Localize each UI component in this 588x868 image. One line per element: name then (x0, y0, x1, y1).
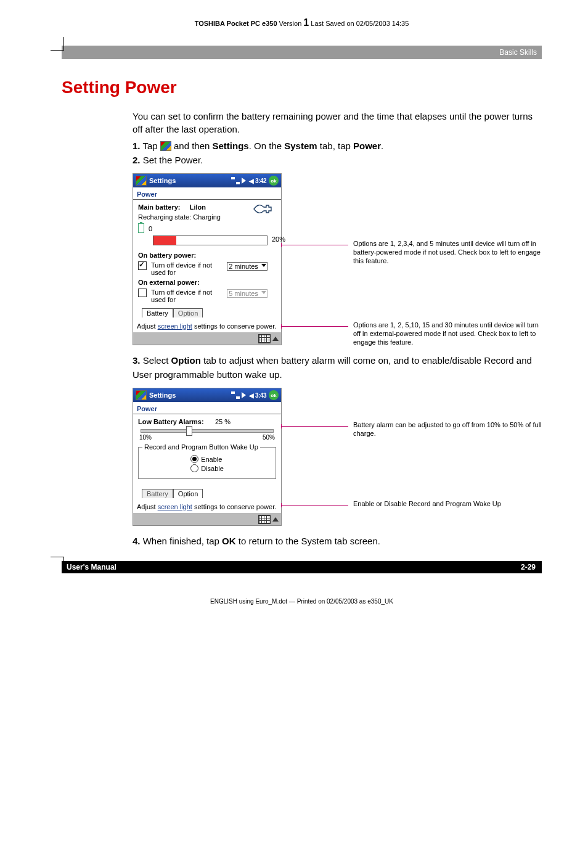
slider-tick-high: 50% (263, 434, 275, 441)
low-battery-value: 25 % (215, 418, 231, 425)
connectivity-icon[interactable] (231, 177, 240, 184)
slider-tick-low: 10% (139, 434, 152, 441)
titlebar: Settings ◀ 3:42 ok (133, 174, 281, 187)
step-text: Power (353, 141, 381, 151)
breadcrumb: Basic Skills (499, 48, 537, 57)
screen-light-line: Adjust screen light settings to conserve… (133, 320, 281, 332)
battery-bar: 20% (153, 235, 267, 245)
tab-option[interactable]: Option (173, 489, 203, 498)
step-text: Select (143, 355, 171, 366)
step-text: Settings (213, 141, 249, 151)
battery-turnoff-label: Turn off device if not used for (151, 261, 225, 276)
sip-up-icon[interactable] (272, 337, 279, 341)
sip-up-icon[interactable] (272, 517, 279, 522)
tab-battery[interactable]: Battery (142, 308, 173, 317)
speaker-icon[interactable] (242, 178, 246, 184)
on-external-label: On external power: (138, 279, 276, 286)
battery-turnoff-combo[interactable]: 2 minutes (227, 262, 267, 271)
start-icon (160, 141, 171, 151)
page-title: Setting Power (62, 78, 542, 97)
titlebar-time: ◀ 3:43 (249, 392, 266, 399)
section-bar: Basic Skills (62, 46, 542, 59)
low-battery-slider[interactable] (141, 429, 274, 433)
titlebar-title: Settings (149, 177, 230, 184)
screenshot-power-battery: Settings ◀ 3:42 ok Power Main battery: L… (133, 173, 282, 345)
step-text: and then (171, 141, 213, 151)
tab-battery[interactable]: Battery (142, 489, 173, 498)
start-icon[interactable] (136, 390, 147, 400)
step-text: System (284, 141, 317, 151)
battery-zero: 0 (149, 225, 152, 232)
keyboard-icon[interactable] (258, 334, 271, 343)
running-header: TOSHIBA Pocket PC e350 Version 1 Last Sa… (62, 17, 542, 28)
app-title: Power (133, 187, 281, 199)
step-text: Option (171, 355, 201, 366)
external-turnoff-combo[interactable]: 5 minutes (227, 289, 267, 298)
version-number: 1 (303, 17, 309, 28)
connectivity-icon[interactable] (231, 391, 240, 399)
step-4: 4. When finished, tap OK to return to th… (133, 534, 542, 549)
step-text: Tap (142, 141, 160, 151)
intro-paragraph: You can set to confirm the battery remai… (133, 110, 542, 136)
external-turnoff-checkbox[interactable] (138, 289, 147, 297)
on-battery-label: On battery power: (138, 252, 276, 259)
step-text: When finished, tap (143, 536, 222, 546)
ok-button[interactable]: ok (269, 176, 279, 186)
screenshot-power-option: Settings ◀ 3:43 ok Power Low Battery Ala… (133, 388, 282, 526)
speaker-icon[interactable] (242, 392, 246, 398)
app-title: Power (133, 402, 281, 414)
footer-left: User's Manual (62, 561, 515, 573)
plug-icon (253, 203, 272, 215)
tab-option[interactable]: Option (173, 308, 203, 317)
main-battery-type: LiIon (190, 203, 206, 211)
titlebar-title: Settings (149, 391, 230, 399)
step-text: Set the Power. (143, 155, 203, 165)
ok-button[interactable]: ok (269, 390, 279, 400)
saved-timestamp: Last Saved on 02/05/2003 14:35 (311, 20, 409, 27)
keyboard-icon[interactable] (258, 515, 271, 524)
radio-enable-label: Enable (201, 456, 222, 463)
step-number: 3. (133, 355, 141, 366)
step-text: tab, tap (317, 141, 353, 151)
battery-turnoff-checkbox[interactable] (138, 261, 147, 270)
step-text: . (381, 141, 383, 151)
callout-battery-options: Options are 1, 2,3,4, and 5 minutes unti… (353, 240, 544, 265)
battery-icon (138, 223, 144, 233)
step-number: 4. (133, 536, 141, 546)
step-2: 2. Set the Power. (133, 154, 542, 168)
radio-enable[interactable] (190, 455, 198, 463)
low-battery-label: Low Battery Alarms: (138, 418, 204, 425)
step-text: OK (222, 536, 236, 546)
step-1: 1. Tap and then Settings. On the System … (133, 139, 542, 154)
titlebar: Settings ◀ 3:43 ok (133, 388, 281, 402)
titlebar-time: ◀ 3:42 (249, 178, 266, 184)
callout-external-options: Options are 1, 2, 5,10, 15 and 30 minute… (353, 321, 544, 346)
product-name: TOSHIBA Pocket PC e350 (195, 20, 277, 27)
step-text: . On the (249, 141, 285, 151)
screen-light-link[interactable]: screen light (158, 503, 192, 510)
step-number: 1. (133, 141, 141, 151)
radio-disable-label: Disable (201, 465, 224, 472)
wakeup-groupbox: Record and Program Button Wake Up Enable… (138, 447, 276, 479)
external-turnoff-label: Turn off device if not used for (151, 289, 225, 303)
step-number: 2. (133, 155, 141, 165)
callout-battery-alarm: Battery alarm can be adjusted to go off … (353, 421, 544, 438)
start-icon[interactable] (136, 176, 147, 186)
radio-disable[interactable] (190, 464, 198, 472)
callout-wakeup: Enable or Disable Record and Program Wak… (353, 500, 544, 509)
version-label: Version (279, 20, 302, 27)
screen-light-line: Adjust screen light settings to conserve… (133, 501, 281, 513)
main-battery-label: Main battery: (138, 203, 180, 211)
footer-page-number: 2-29 (515, 561, 542, 573)
step-text: to return to the System tab screen. (236, 536, 380, 546)
step-3: 3. Select Option tab to adjust when batt… (133, 354, 542, 382)
screen-light-link[interactable]: screen light (158, 322, 192, 330)
page-footer-bar: User's Manual 2-29 (62, 561, 542, 573)
print-footer: ENGLISH using Euro_M.dot — Printed on 02… (62, 598, 542, 605)
wakeup-legend: Record and Program Button Wake Up (142, 443, 260, 451)
